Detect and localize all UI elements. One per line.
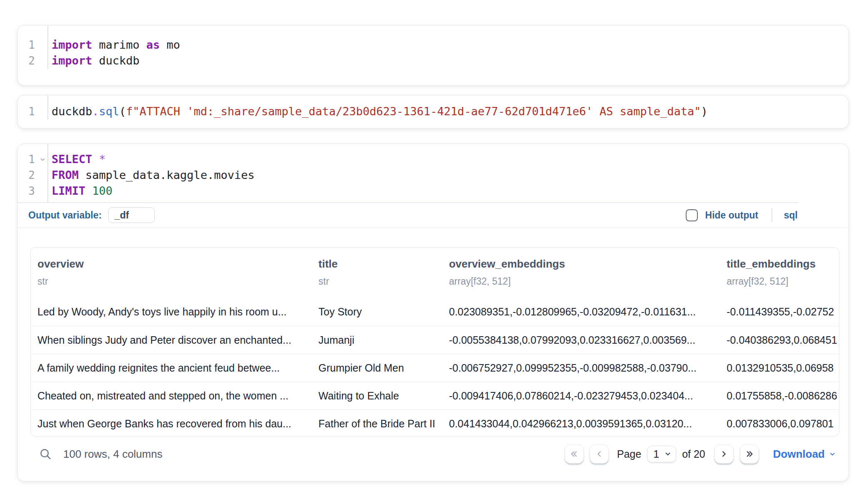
code-token: SELECT	[52, 153, 92, 166]
code-editor[interactable]: 1 import marimo as mo 2 import duckdb	[17, 25, 848, 69]
code-token: import	[52, 54, 92, 67]
first-page-button[interactable]	[565, 444, 584, 464]
code-token: import	[52, 38, 92, 51]
page-label: Page	[617, 448, 641, 460]
gutter-divider	[47, 25, 48, 69]
code-editor[interactable]: 1 duckdb.sql(f"ATTACH 'md:_share/sample_…	[17, 95, 848, 119]
column-header-title-embeddings[interactable]: title_embeddings array[f32, 512]	[720, 258, 839, 287]
code-token: as	[146, 38, 160, 51]
fold-chevron-icon[interactable]	[40, 156, 46, 163]
code-text: duckdb.sql(f"ATTACH 'md:_share/sample_da…	[47, 104, 708, 119]
page-select[interactable]: 1	[647, 446, 676, 462]
previous-page-button[interactable]	[590, 444, 609, 464]
code-line[interactable]: 2 import duckdb	[17, 53, 848, 69]
code-text: LIMIT 100	[47, 183, 112, 199]
download-button[interactable]: Download	[773, 448, 836, 461]
code-token: duckdb	[92, 54, 140, 67]
row-count-summary: 100 rows, 4 columns	[63, 448, 162, 461]
code-token: duckdb	[52, 105, 92, 118]
next-page-button[interactable]	[714, 444, 734, 464]
chevron-right-icon	[719, 449, 729, 459]
code-token: .	[92, 105, 99, 118]
column-header-overview-embeddings[interactable]: overview_embeddings array[f32, 512]	[442, 258, 720, 287]
code-token: LIMIT	[52, 184, 85, 197]
code-token: *	[99, 153, 106, 166]
code-token: sql	[99, 105, 119, 118]
output-variable-input[interactable]	[108, 207, 155, 223]
double-chevron-left-icon	[570, 449, 579, 459]
table-row: When siblings Judy and Peter discover an…	[31, 326, 839, 354]
last-page-button[interactable]	[740, 444, 759, 464]
code-text: SELECT *	[47, 151, 106, 167]
table-row: Led by Woody, Andy's toys live happily i…	[31, 298, 839, 326]
table-row: Cheated on, mistreated and stepped on, t…	[31, 382, 839, 409]
table-row: Just when George Banks has recovered fro…	[31, 409, 839, 436]
code-text: import marimo as mo	[47, 37, 180, 53]
line-number: 1	[17, 104, 47, 119]
line-number: 1	[17, 151, 47, 167]
hide-output-label[interactable]: Hide output	[705, 210, 759, 221]
column-header-overview[interactable]: overview str	[31, 258, 312, 287]
language-badge[interactable]: sql	[784, 210, 798, 221]
output-divider	[17, 228, 848, 228]
code-token	[92, 153, 99, 166]
code-line[interactable]: 1 SELECT *	[17, 151, 848, 167]
column-header-title[interactable]: title str	[312, 258, 442, 287]
code-cell-imports: 1 import marimo as mo 2 import duckdb	[17, 25, 849, 86]
code-token: )	[701, 105, 708, 118]
code-line[interactable]: 1 import marimo as mo	[17, 37, 848, 53]
code-line[interactable]: 1 duckdb.sql(f"ATTACH 'md:_share/sample_…	[17, 104, 848, 119]
table-row: A family wedding reignites the ancient f…	[31, 354, 839, 382]
page-select-value: 1	[653, 448, 659, 460]
download-label: Download	[773, 448, 825, 461]
code-token: 100	[92, 184, 113, 197]
chevron-left-icon	[595, 449, 604, 459]
gutter-divider	[47, 95, 48, 119]
line-number: 1	[17, 37, 47, 53]
code-token: sample_data.kaggle.movies	[79, 169, 255, 181]
hide-output-checkbox[interactable]	[686, 209, 698, 221]
pagination: Page 1 of 20 Download	[565, 444, 836, 464]
code-token	[85, 184, 92, 197]
code-token: mo	[160, 38, 180, 51]
code-line[interactable]: 3 LIMIT 100	[17, 183, 848, 199]
double-chevron-right-icon	[745, 449, 754, 459]
code-cell-attach: 1 duckdb.sql(f"ATTACH 'md:_share/sample_…	[17, 95, 849, 129]
chevron-down-icon	[664, 450, 672, 458]
gutter-divider	[47, 144, 48, 202]
search-button[interactable]	[39, 448, 52, 460]
code-token: FROM	[52, 169, 79, 181]
chevron-down-icon	[829, 451, 836, 458]
toolbar-vertical-divider	[771, 208, 772, 222]
code-token: marimo	[92, 38, 146, 51]
code-token: f"ATTACH 'md:_share/sample_data/23b0d623…	[126, 105, 701, 118]
sql-cell-toolbar: Output variable: Hide output sql	[17, 203, 848, 228]
code-line[interactable]: 2 FROM sample_data.kaggle.movies	[17, 167, 848, 183]
table-footer: 100 rows, 4 columns Page 1 of 20 Downloa…	[17, 436, 848, 471]
code-token: (	[119, 105, 126, 118]
code-text: import duckdb	[47, 53, 139, 69]
sql-cell: 1 SELECT * 2 FROM sample_data.kaggle.mov…	[17, 144, 849, 481]
code-text: FROM sample_data.kaggle.movies	[47, 167, 255, 183]
output-variable-label: Output variable:	[28, 210, 102, 221]
search-icon	[39, 448, 52, 460]
table-header-row: overview str title str overview_embeddin…	[31, 248, 839, 298]
line-number: 2	[17, 167, 47, 183]
dataframe-table: overview str title str overview_embeddin…	[30, 247, 839, 436]
line-number: 3	[17, 183, 47, 199]
page-total-label: of 20	[682, 448, 705, 460]
line-number: 2	[17, 53, 47, 69]
code-editor[interactable]: 1 SELECT * 2 FROM sample_data.kaggle.mov…	[17, 144, 848, 202]
